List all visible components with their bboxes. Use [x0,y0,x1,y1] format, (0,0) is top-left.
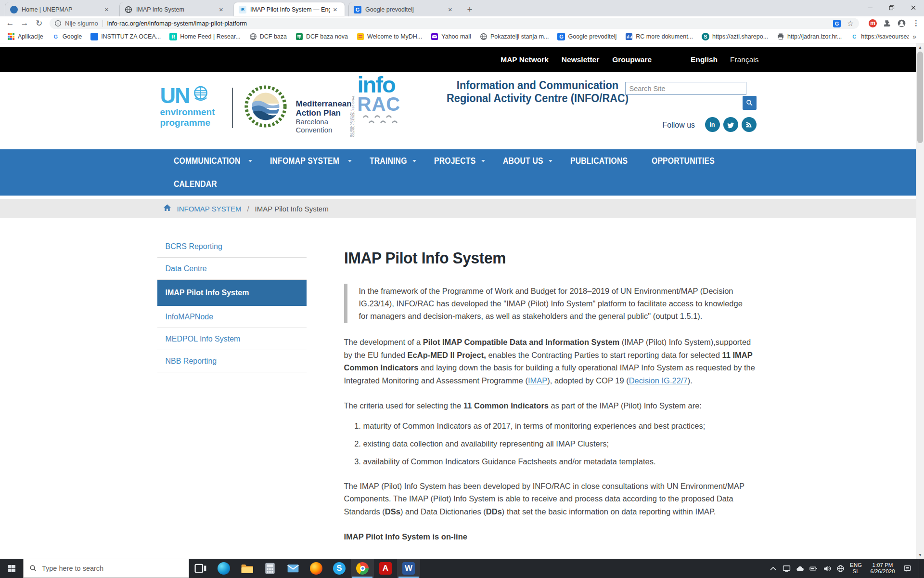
taskbar-search[interactable]: Type here to search [23,559,189,578]
bookmark[interactable]: RHome Feed | Resear... [166,31,244,42]
topbar-link[interactable]: MAP Network [500,55,549,64]
scrollbar-thumb[interactable] [917,52,923,143]
browser-window: + Home | UNEPMAP×IMAP Info System×iRIMAP… [0,0,924,578]
firefox-taskbar-button[interactable] [305,559,328,578]
site-search-input[interactable] [625,82,746,95]
acrobat-taskbar-button[interactable]: A [374,559,397,578]
chevron-up-icon[interactable] [769,565,777,573]
breadcrumb-section-link[interactable]: INFOMAP SYSTEM [177,205,242,213]
sidebar-item[interactable]: Data Centre [157,258,307,280]
minimize-button[interactable] [859,0,881,15]
calculator-taskbar-button[interactable] [258,559,282,578]
translate-page-icon[interactable]: G [833,20,841,27]
monitor-icon[interactable] [783,565,791,573]
bookmark[interactable]: DCF baza nova [292,31,351,42]
tab[interactable]: iRIMAP Pilot Info System — English× [234,2,345,16]
tab-close-button[interactable]: × [445,5,455,13]
action-center-icon[interactable] [903,565,911,573]
scrollbar[interactable]: ▲ ▼ [916,43,924,559]
speaker-icon[interactable] [823,565,831,573]
show-desktop-button[interactable] [919,559,921,578]
sidebar-item[interactable]: MEDPOL Info System [157,328,307,350]
bookmark[interactable]: INSTITUT ZA OCEA... [87,31,164,42]
inforac-side-text: INFORMATION AND COMMUNICATION REGIONAL A… [350,91,355,137]
scroll-down-button[interactable]: ▼ [916,551,924,559]
bookmark[interactable]: RC more dokument... [622,31,696,42]
bookmark[interactable]: DCF baza [246,31,290,42]
tab-close-button[interactable]: × [102,5,112,13]
text-link[interactable]: Decision IG.22/7 [629,376,688,385]
topbar-link[interactable]: Newsletter [562,55,599,64]
rss-icon[interactable] [742,117,757,132]
close-button[interactable] [902,0,924,15]
bookmark[interactable]: Welcome to MyDH... [353,31,425,42]
sidebar-item[interactable]: NBB Reporting [157,350,307,372]
text-link[interactable]: IMAP [528,376,547,385]
site-topbar: MAP NetworkNewsletterGroupware EnglishFr… [0,47,916,72]
sidebar-item[interactable]: BCRS Reporting [157,236,307,258]
network-icon[interactable] [836,565,845,573]
language-option[interactable]: Français [730,55,758,64]
un-logo-line3: programme [160,118,215,128]
reload-button[interactable]: ↻ [33,17,45,29]
bookmark[interactable]: Chttps://saveourseas... [847,31,909,42]
site-search-button[interactable] [743,96,757,110]
linkedin-icon[interactable]: in [705,117,720,132]
edge-taskbar-button[interactable] [212,559,235,578]
nav-item[interactable]: COMMUNICATION [174,156,253,166]
inforac-logo-bottom: RAC [354,95,421,113]
bookmark[interactable]: Shttps://azti.sharepo... [698,31,771,42]
tab[interactable]: IMAP Info System× [119,2,230,16]
tab[interactable]: GGoogle prevoditelj× [348,2,459,16]
bookmark[interactable]: GGoogle prevoditelj [554,31,620,42]
nav-item[interactable]: INFOMAP SYSTEM [270,156,352,166]
onedrive-icon[interactable] [796,565,804,573]
bookmark[interactable]: GGoogle [49,31,85,42]
start-button[interactable] [0,559,23,578]
twitter-icon[interactable] [723,117,738,132]
file-explorer-taskbar-button[interactable] [235,559,258,578]
nav-item[interactable]: CALENDAR [174,179,222,189]
extensions-puzzle-icon[interactable] [883,19,891,27]
nav-item[interactable]: ABOUT US [503,156,552,166]
profile-avatar-icon[interactable] [898,19,906,27]
language-option[interactable]: English [691,55,718,64]
topbar-link[interactable]: Groupware [612,55,652,64]
sidebar-item[interactable]: IMAP Pilot Info System [157,280,307,306]
restore-button[interactable] [881,0,902,15]
bookmarks-overflow-button[interactable]: » [909,33,920,40]
sidebar-item[interactable]: InfoMAPNode [157,306,307,328]
tab-close-button[interactable]: × [216,5,226,13]
nav-item[interactable]: OPPORTUNITIES [652,156,722,166]
tab[interactable]: Home | UNEPMAP× [5,2,116,16]
tab-close-button[interactable]: × [330,5,340,13]
task-view-taskbar-button[interactable] [189,559,212,578]
bookmark[interactable]: Pokazatelji stanja m... [476,31,552,42]
skype-taskbar-button[interactable]: S [328,559,351,578]
chrome-taskbar-button[interactable] [351,559,374,578]
bookmark[interactable]: http://jadran.izor.hr... [773,31,845,42]
mail-taskbar-button[interactable] [282,559,305,578]
forward-button[interactable]: → [18,17,31,29]
new-tab-button[interactable]: + [463,3,476,16]
mendeley-extension-icon[interactable]: m [869,19,877,27]
window-controls [859,0,924,16]
map-logo-line1: Mediterranean [296,99,352,108]
scroll-up-button[interactable]: ▲ [916,43,924,51]
address-bar[interactable]: Nije sigurno info-rac.org/en/infomap-sys… [50,18,859,29]
nav-item[interactable]: TRAINING [370,156,416,166]
bookmark-label: Welcome to MyDH... [367,33,422,40]
nav-item[interactable]: PROJECTS [434,156,485,166]
site-info-icon[interactable] [54,20,62,27]
bookmark[interactable]: Aplikacije [4,31,47,42]
browser-menu-icon[interactable]: ⋮ [912,19,920,27]
word-taskbar-button[interactable]: W [397,559,420,578]
bookmark-star-icon[interactable]: ☆ [847,20,854,27]
battery-icon[interactable] [809,565,818,573]
home-icon[interactable] [163,204,171,213]
clock[interactable]: 1:07 PM 6/26/2020 [867,562,898,575]
bookmark[interactable]: Yahoo mail [427,31,475,42]
back-button[interactable]: ← [4,17,16,29]
nav-item[interactable]: PUBLICATIONS [570,156,634,166]
language-indicator[interactable]: ENG SL [850,562,862,575]
